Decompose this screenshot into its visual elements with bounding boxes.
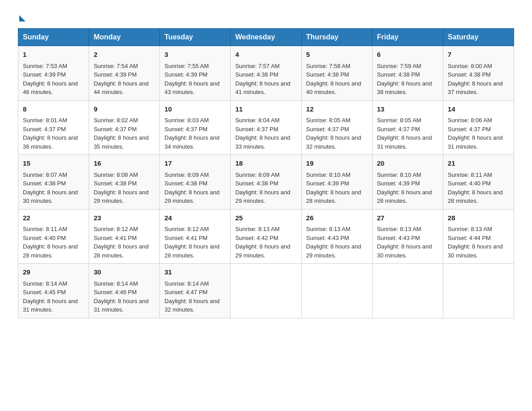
calendar-cell: 15Sunrise: 8:07 AMSunset: 4:38 PMDayligh… <box>18 155 89 210</box>
day-number: 13 <box>377 104 438 115</box>
sunset-text: Sunset: 4:37 PM <box>23 126 66 133</box>
calendar-cell: 14Sunrise: 8:06 AMSunset: 4:37 PMDayligh… <box>443 100 514 155</box>
daylight-text: Daylight: 8 hours and 35 minutes. <box>94 134 149 150</box>
daylight-text: Daylight: 8 hours and 40 minutes. <box>306 80 361 96</box>
sunset-text: Sunset: 4:37 PM <box>306 126 349 133</box>
day-number: 25 <box>235 213 296 223</box>
daylight-text: Daylight: 8 hours and 32 minutes. <box>306 134 361 150</box>
day-number: 16 <box>94 158 155 169</box>
daylight-text: Daylight: 8 hours and 43 minutes. <box>164 80 219 96</box>
day-number: 29 <box>23 267 84 278</box>
calendar-cell: 24Sunrise: 8:12 AMSunset: 4:41 PMDayligh… <box>160 209 231 264</box>
day-number: 26 <box>306 213 368 223</box>
calendar-cell: 21Sunrise: 8:11 AMSunset: 4:40 PMDayligh… <box>443 155 514 210</box>
calendar-cell: 29Sunrise: 8:14 AMSunset: 4:45 PMDayligh… <box>18 264 89 318</box>
day-number: 1 <box>23 50 84 60</box>
daylight-text: Daylight: 8 hours and 44 minutes. <box>94 80 149 96</box>
header-monday: Monday <box>89 29 160 46</box>
calendar-cell: 2Sunrise: 7:54 AMSunset: 4:39 PMDaylight… <box>89 46 160 101</box>
sunset-text: Sunset: 4:45 PM <box>23 289 66 295</box>
week-row-3: 15Sunrise: 8:07 AMSunset: 4:38 PMDayligh… <box>18 155 514 210</box>
sunset-text: Sunset: 4:42 PM <box>235 235 278 241</box>
daylight-text: Daylight: 8 hours and 29 minutes. <box>306 243 361 259</box>
sunset-text: Sunset: 4:37 PM <box>377 126 420 133</box>
daylight-text: Daylight: 8 hours and 28 minutes. <box>448 189 503 205</box>
daylight-text: Daylight: 8 hours and 30 minutes. <box>377 243 432 259</box>
sunrise-text: Sunrise: 7:57 AM <box>235 63 279 69</box>
logo <box>18 13 26 19</box>
day-number: 17 <box>164 158 226 169</box>
sunset-text: Sunset: 4:40 PM <box>23 235 66 241</box>
day-number: 22 <box>23 213 84 223</box>
calendar-cell: 13Sunrise: 8:05 AMSunset: 4:37 PMDayligh… <box>372 100 443 155</box>
sunrise-text: Sunrise: 8:11 AM <box>23 226 67 232</box>
day-number: 2 <box>94 50 155 60</box>
sunset-text: Sunset: 4:39 PM <box>306 180 349 187</box>
daylight-text: Daylight: 8 hours and 30 minutes. <box>23 189 78 205</box>
calendar-cell: 27Sunrise: 8:13 AMSunset: 4:43 PMDayligh… <box>372 209 443 264</box>
calendar-header-row: SundayMondayTuesdayWednesdayThursdayFrid… <box>18 29 514 46</box>
calendar-cell: 25Sunrise: 8:13 AMSunset: 4:42 PMDayligh… <box>231 209 301 264</box>
page-header <box>18 13 514 19</box>
daylight-text: Daylight: 8 hours and 32 minutes. <box>164 298 219 313</box>
day-number: 5 <box>306 50 368 60</box>
sunset-text: Sunset: 4:38 PM <box>377 71 420 78</box>
day-number: 18 <box>235 158 296 169</box>
sunset-text: Sunset: 4:38 PM <box>164 180 207 187</box>
day-number: 15 <box>23 158 84 169</box>
daylight-text: Daylight: 8 hours and 31 minutes. <box>23 298 78 313</box>
sunrise-text: Sunrise: 8:09 AM <box>235 171 279 178</box>
header-tuesday: Tuesday <box>160 29 231 46</box>
daylight-text: Daylight: 8 hours and 29 minutes. <box>235 189 290 205</box>
header-saturday: Saturday <box>443 29 514 46</box>
logo-triangle-icon <box>19 15 26 21</box>
sunset-text: Sunset: 4:41 PM <box>94 235 137 241</box>
day-number: 21 <box>448 158 509 169</box>
calendar-cell: 28Sunrise: 8:13 AMSunset: 4:44 PMDayligh… <box>443 209 514 264</box>
day-number: 3 <box>164 50 226 60</box>
day-number: 9 <box>94 104 155 115</box>
daylight-text: Daylight: 8 hours and 33 minutes. <box>235 134 290 150</box>
sunrise-text: Sunrise: 7:59 AM <box>377 63 421 69</box>
daylight-text: Daylight: 8 hours and 41 minutes. <box>235 80 290 96</box>
sunset-text: Sunset: 4:44 PM <box>448 235 491 241</box>
day-number: 30 <box>94 267 155 278</box>
daylight-text: Daylight: 8 hours and 46 minutes. <box>23 80 78 96</box>
sunrise-text: Sunrise: 7:58 AM <box>306 63 351 69</box>
daylight-text: Daylight: 8 hours and 30 minutes. <box>448 243 503 259</box>
day-number: 6 <box>377 50 438 60</box>
calendar-cell: 6Sunrise: 7:59 AMSunset: 4:38 PMDaylight… <box>372 46 443 101</box>
calendar-cell: 26Sunrise: 8:13 AMSunset: 4:43 PMDayligh… <box>301 209 372 264</box>
header-thursday: Thursday <box>301 29 372 46</box>
daylight-text: Daylight: 8 hours and 36 minutes. <box>23 134 78 150</box>
sunrise-text: Sunrise: 8:08 AM <box>94 171 138 178</box>
sunset-text: Sunset: 4:39 PM <box>164 71 207 78</box>
sunrise-text: Sunrise: 8:05 AM <box>306 117 351 124</box>
sunrise-text: Sunrise: 8:00 AM <box>448 63 492 69</box>
calendar-cell: 11Sunrise: 8:04 AMSunset: 4:37 PMDayligh… <box>231 100 301 155</box>
sunset-text: Sunset: 4:37 PM <box>164 126 207 133</box>
calendar-cell: 8Sunrise: 8:01 AMSunset: 4:37 PMDaylight… <box>18 100 89 155</box>
day-number: 20 <box>377 158 438 169</box>
sunrise-text: Sunrise: 8:10 AM <box>377 171 421 178</box>
header-friday: Friday <box>372 29 443 46</box>
calendar-cell: 5Sunrise: 7:58 AMSunset: 4:38 PMDaylight… <box>301 46 372 101</box>
daylight-text: Daylight: 8 hours and 29 minutes. <box>164 189 219 205</box>
calendar-table: SundayMondayTuesdayWednesdayThursdayFrid… <box>18 28 514 318</box>
calendar-cell: 19Sunrise: 8:10 AMSunset: 4:39 PMDayligh… <box>301 155 372 210</box>
sunrise-text: Sunrise: 8:04 AM <box>235 117 279 124</box>
calendar-cell: 7Sunrise: 8:00 AMSunset: 4:38 PMDaylight… <box>443 46 514 101</box>
sunset-text: Sunset: 4:38 PM <box>94 180 137 187</box>
sunset-text: Sunset: 4:37 PM <box>448 126 491 133</box>
calendar-cell: 16Sunrise: 8:08 AMSunset: 4:38 PMDayligh… <box>89 155 160 210</box>
sunrise-text: Sunrise: 8:14 AM <box>164 280 209 287</box>
calendar-cell: 23Sunrise: 8:12 AMSunset: 4:41 PMDayligh… <box>89 209 160 264</box>
sunset-text: Sunset: 4:38 PM <box>23 180 66 187</box>
daylight-text: Daylight: 8 hours and 28 minutes. <box>377 189 432 205</box>
calendar-cell: 30Sunrise: 8:14 AMSunset: 4:46 PMDayligh… <box>89 264 160 318</box>
sunrise-text: Sunrise: 8:14 AM <box>23 280 67 287</box>
calendar-cell: 4Sunrise: 7:57 AMSunset: 4:38 PMDaylight… <box>231 46 301 101</box>
calendar-cell: 17Sunrise: 8:09 AMSunset: 4:38 PMDayligh… <box>160 155 231 210</box>
day-number: 10 <box>164 104 226 115</box>
day-number: 24 <box>164 213 226 223</box>
